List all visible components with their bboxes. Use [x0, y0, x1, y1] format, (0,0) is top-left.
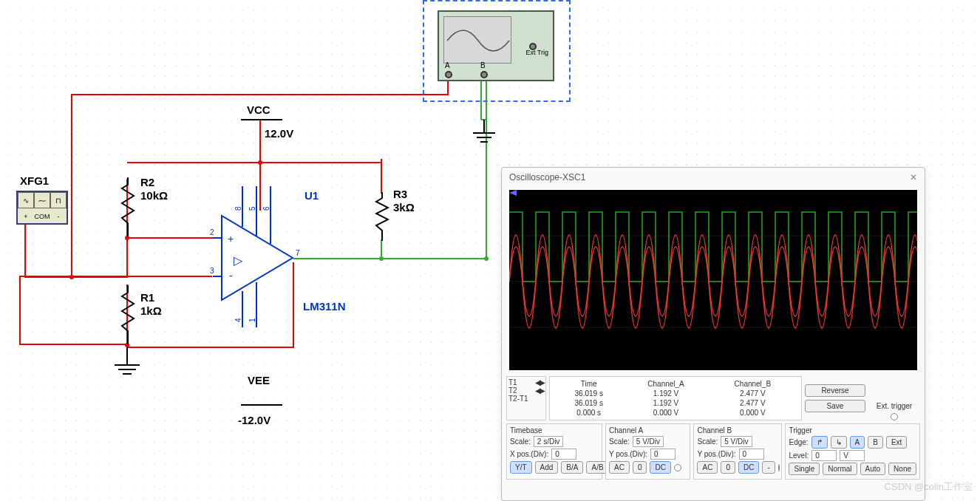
svg-text:5: 5	[248, 206, 256, 211]
edge-falling[interactable]: ↳	[831, 436, 847, 449]
vcc-label: VCC	[247, 103, 270, 116]
channel-b-panel: Channel B Scale:5 V/Div Y pos.(Div):0 AC…	[693, 423, 782, 480]
trigger-panel: Trigger Edge: ↱ ↳ A B Ext Level: 0 V Sin…	[785, 423, 920, 480]
chb-ypos[interactable]: 0	[739, 449, 764, 460]
vcc-value: 12.0V	[265, 127, 293, 140]
svg-text:-: -	[229, 270, 233, 282]
svg-text:▷: ▷	[234, 254, 243, 267]
r1-name: R1	[140, 291, 154, 304]
cursor-readout: TimeChannel_AChannel_B 36.019 s1.192 V2.…	[549, 376, 802, 420]
osc-display[interactable]	[508, 188, 919, 372]
save-button[interactable]: Save	[805, 400, 865, 412]
cha-scale[interactable]: 5 V/Div	[633, 436, 664, 447]
svg-text:8: 8	[234, 206, 242, 211]
reverse-button[interactable]: Reverse	[805, 384, 865, 397]
timebase-scale[interactable]: 2 s/Div	[534, 436, 564, 447]
oscilloscope-instrument[interactable]: Ext Trig A B	[438, 10, 554, 81]
mode-add[interactable]: Add	[535, 461, 559, 474]
cha-ypos[interactable]: 0	[650, 449, 676, 460]
function-generator[interactable]: ∿⁓⊓ + COM -	[16, 191, 68, 225]
mode-ba[interactable]: B/A	[561, 461, 583, 474]
r2-value: 10kΩ	[140, 189, 168, 202]
cursor-controls: T1◀▶ T2◀▶ T2-T1	[506, 376, 546, 420]
u1-name: U1	[304, 189, 319, 202]
watermark: CSDN @colin工作室	[885, 480, 973, 494]
svg-text:4: 4	[234, 318, 242, 322]
svg-text:1: 1	[248, 318, 256, 322]
svg-text:2: 2	[210, 228, 214, 236]
timebase-xpos[interactable]: 0	[551, 449, 576, 460]
mode-yt[interactable]: Y/T	[510, 461, 532, 474]
resistor-r2[interactable]	[120, 177, 135, 236]
edge-rising[interactable]: ↱	[811, 436, 828, 449]
svg-point-28	[69, 275, 74, 279]
ext-trigger-radio[interactable]	[891, 413, 898, 420]
chb-scale[interactable]: 5 V/Div	[721, 436, 752, 447]
close-icon[interactable]: ✕	[910, 172, 917, 183]
svg-text:3: 3	[210, 267, 214, 275]
svg-marker-37	[509, 190, 517, 196]
r3-name: R3	[393, 188, 407, 200]
vee-label: VEE	[248, 374, 270, 386]
osc-title-text: Oscilloscope-XSC1	[509, 172, 585, 183]
svg-point-31	[258, 160, 262, 165]
trigger-level[interactable]: 0	[811, 450, 837, 461]
channel-a-panel: Channel A Scale:5 V/Div Y pos.(Div):0 AC…	[605, 423, 690, 480]
svg-text:+: +	[228, 233, 234, 245]
vee-value: -12.0V	[238, 414, 270, 426]
resistor-r3[interactable]	[375, 192, 389, 241]
resistor-r1[interactable]	[120, 285, 135, 344]
svg-point-32	[379, 256, 384, 261]
svg-text:7: 7	[296, 249, 300, 257]
xfg1-label: XFG1	[20, 174, 49, 187]
svg-text:6: 6	[262, 206, 270, 211]
oscilloscope-window: Oscilloscope-XSC1 ✕ T1◀▶ T2◀▶ T2-T1	[501, 167, 925, 501]
u1-part: LM311N	[303, 300, 346, 313]
r2-name: R2	[140, 176, 154, 188]
svg-point-33	[484, 256, 489, 261]
timebase-panel: Timebase Scale:2 s/Div X pos.(Div):0 Y/T…	[506, 423, 602, 480]
r1-value: 1kΩ	[140, 304, 162, 317]
r3-value: 3kΩ	[393, 201, 415, 214]
